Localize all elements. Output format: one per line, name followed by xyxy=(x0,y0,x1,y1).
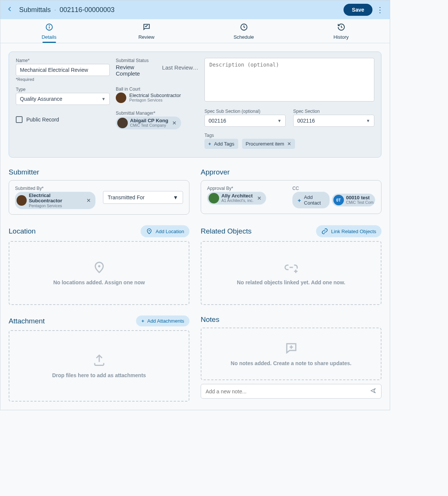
more-menu-icon[interactable]: ⋮ xyxy=(376,5,384,14)
caret-down-icon: ▼ xyxy=(366,118,370,123)
attachment-title: Attachment xyxy=(9,317,45,325)
review-icon xyxy=(98,23,195,33)
clock-icon xyxy=(195,23,292,33)
breadcrumb: Submittals ◦ 002116-00000003 xyxy=(19,6,115,14)
attachment-empty-text: Drop files here to add as attachments xyxy=(52,372,146,378)
spec-sub-select[interactable]: 002116 ▼ xyxy=(204,115,286,127)
send-icon[interactable] xyxy=(370,387,377,395)
type-value: Quality Assurance xyxy=(20,96,62,102)
required-note: *Required xyxy=(16,77,110,82)
note-input-row xyxy=(201,384,381,399)
spec-section-label: Spec Section xyxy=(293,109,374,114)
approval-by-sub: A1 Architect's, inc. xyxy=(221,199,253,203)
spec-sub-value: 002116 xyxy=(209,118,226,124)
close-icon[interactable]: ✕ xyxy=(85,197,92,203)
link-related-label: Link Related Objects xyxy=(331,229,376,234)
tab-history[interactable]: History xyxy=(292,19,390,43)
submitter-card: Submitted By* Electrical Subcontractor P… xyxy=(9,180,189,215)
tab-schedule[interactable]: Schedule xyxy=(195,19,292,43)
related-dropzone[interactable]: No related objects linked yet. Add one n… xyxy=(201,241,381,305)
cc-name: 00010 test xyxy=(346,195,374,200)
location-dropzone[interactable]: No locations added. Assign one now xyxy=(9,241,189,305)
avatar-icon xyxy=(116,93,126,103)
note-input[interactable] xyxy=(206,388,370,394)
tab-review[interactable]: Review xyxy=(98,19,195,43)
notes-empty-text: No notes added. Create a note to share u… xyxy=(231,360,351,366)
close-icon[interactable]: ✕ xyxy=(256,195,263,201)
details-card: Name* *Required Type Quality Assurance ▼… xyxy=(9,52,381,158)
history-icon xyxy=(292,23,390,33)
avatar-initials: 0T xyxy=(333,195,344,205)
tab-details[interactable]: Details xyxy=(0,19,98,43)
notes-dropzone: No notes added. Create a note to share u… xyxy=(201,328,381,380)
name-label: Name* xyxy=(16,58,110,63)
ballincourt-sub: Pentagon Services xyxy=(129,98,181,103)
breadcrumb-root[interactable]: Submittals xyxy=(19,6,51,14)
approver-card: Approval By* Ally Architect A1 Architect… xyxy=(201,180,381,214)
upload-icon xyxy=(92,353,106,367)
info-icon xyxy=(0,23,98,33)
close-icon[interactable]: ✕ xyxy=(287,141,291,147)
back-arrow-icon[interactable] xyxy=(6,6,13,14)
caret-down-icon: ▼ xyxy=(173,194,178,200)
tabs: Details Review Schedule History xyxy=(0,19,390,43)
location-title: Location xyxy=(9,227,36,235)
spec-section-select[interactable]: 002116 ▼ xyxy=(293,115,374,127)
submitted-by-name: Electrical Subcontractor xyxy=(29,193,83,204)
header-bar: Submittals ◦ 002116-00000003 Save ⋮ xyxy=(0,0,390,19)
type-label: Type xyxy=(16,87,110,92)
type-select[interactable]: Quality Assurance ▼ xyxy=(16,93,110,105)
manager-sub: CMiC Test Company xyxy=(130,123,168,128)
approval-by-label: Approval By* xyxy=(207,186,285,191)
public-record-checkbox[interactable] xyxy=(16,116,23,123)
tab-history-label: History xyxy=(333,34,348,40)
manager-name: Abigail CP Kong xyxy=(130,118,168,123)
location-pin-icon xyxy=(92,261,106,274)
tag-chip[interactable]: Procurement item ✕ xyxy=(242,139,295,149)
transmitted-for-select[interactable]: Transmitted For ▼ xyxy=(103,191,183,204)
ballincourt-label: Ball in Court xyxy=(116,86,198,92)
manager-chip[interactable]: Abigail CP Kong CMiC Test Company ✕ xyxy=(116,117,181,129)
add-location-button[interactable]: Add Location xyxy=(141,225,189,237)
tab-review-label: Review xyxy=(138,34,154,40)
attachment-dropzone[interactable]: Drop files here to add as attachments xyxy=(9,330,189,402)
submitted-by-chip[interactable]: Electrical Subcontractor Pentagon Servic… xyxy=(15,192,95,209)
add-attachments-button[interactable]: + Add Attachments xyxy=(136,315,189,326)
status-label: Submittal Status xyxy=(116,58,156,63)
transmitted-for-label: Transmitted For xyxy=(108,194,145,200)
avatar-icon xyxy=(117,118,128,128)
related-title: Related Objects xyxy=(201,227,251,235)
notes-title: Notes xyxy=(201,315,219,324)
spec-sub-label: Spec Sub Section (optional) xyxy=(204,109,286,114)
tab-schedule-label: Schedule xyxy=(233,34,254,40)
approval-by-chip[interactable]: Ally Architect A1 Architect's, inc. ✕ xyxy=(207,192,266,205)
related-empty-text: No related objects linked yet. Add one n… xyxy=(237,279,345,285)
manager-label: Submittal Manager* xyxy=(116,111,198,116)
link-related-button[interactable]: Link Related Objects xyxy=(316,225,381,237)
tag-label: Procurement item xyxy=(246,141,285,147)
location-pin-icon xyxy=(146,228,153,235)
add-tags-button[interactable]: + Add Tags xyxy=(204,139,238,149)
name-input[interactable] xyxy=(16,64,110,76)
approver-title: Approver xyxy=(201,168,381,176)
breadcrumb-sep-icon: ◦ xyxy=(54,8,56,12)
plus-icon: + xyxy=(141,318,144,324)
cc-label: CC xyxy=(292,186,375,191)
submitted-by-label: Submitted By* xyxy=(15,186,95,191)
add-tags-label: Add Tags xyxy=(214,141,235,147)
save-button[interactable]: Save xyxy=(344,4,372,16)
breadcrumb-id: 002116-00000003 xyxy=(60,6,115,14)
note-plus-icon xyxy=(285,341,298,355)
avatar-icon xyxy=(17,195,27,206)
link-icon xyxy=(321,228,328,235)
approval-by-name: Ally Architect xyxy=(221,193,253,199)
description-textarea[interactable] xyxy=(204,58,374,102)
add-contact-button[interactable]: + Add Contact xyxy=(292,192,330,208)
caret-down-icon: ▼ xyxy=(277,118,282,123)
link-plus-icon xyxy=(285,261,298,274)
cc-chip[interactable]: 0T 00010 test CMiC Test Com xyxy=(332,194,375,206)
svg-point-2 xyxy=(49,26,49,26)
close-icon[interactable]: ✕ xyxy=(171,120,178,126)
status-value: Review Complete xyxy=(116,64,156,77)
plus-icon: + xyxy=(208,141,211,147)
